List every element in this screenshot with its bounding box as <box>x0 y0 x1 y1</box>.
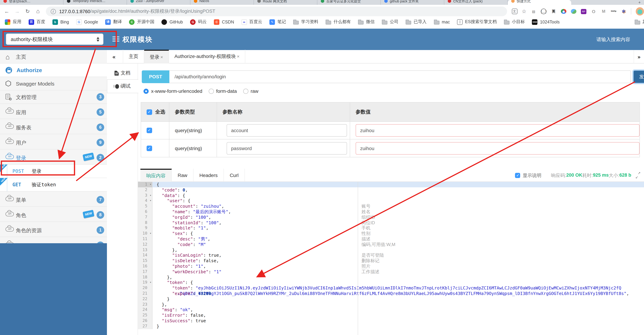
fold-icon[interactable] <box>150 182 152 187</box>
bookmark[interactable]: 小目标 <box>504 19 525 25</box>
extension-icon[interactable]: RP <box>581 9 586 14</box>
request-url-input[interactable]: POST /api/authority/anno/login <box>142 70 631 83</box>
line-number[interactable]: 24 <box>138 307 152 313</box>
sidebar-item[interactable]: 角色的资源 1 <box>0 224 107 237</box>
line-number[interactable]: 15 <box>138 258 152 264</box>
line-number[interactable]: 20 <box>138 285 152 291</box>
bookmark[interactable]: C 开源中国 <box>129 19 154 25</box>
extension-icon[interactable]: ✱ <box>621 9 626 14</box>
sidebar-item[interactable]: 菜单 7 <box>0 193 107 207</box>
extension-icon[interactable]: M <box>601 9 606 14</box>
row-checkbox[interactable] <box>146 128 152 133</box>
bookmark[interactable]: 学习资料 <box>293 19 318 25</box>
line-number[interactable]: 1 <box>138 182 152 187</box>
extension-icon[interactable]: ▤ <box>531 9 536 14</box>
line-number[interactable]: 26 <box>138 318 152 324</box>
bookmark[interactable]: ∞ 百度云 <box>241 19 262 25</box>
content-type-radio[interactable]: x-www-form-urlencoded <box>144 88 202 94</box>
bookmark-star-icon[interactable] <box>522 8 526 14</box>
extension-icon[interactable]: GitZip <box>611 9 616 14</box>
line-number[interactable]: 18 <box>138 274 152 280</box>
browser-tab[interactable]: github pack 文件夹 <box>381 0 444 5</box>
content-type-radio[interactable]: raw <box>243 88 258 94</box>
response-tab[interactable]: Headers <box>194 169 224 182</box>
line-number[interactable]: 22 <box>138 296 152 302</box>
extension-icon[interactable]: 英 <box>551 9 556 14</box>
show-desc-checkbox[interactable] <box>515 173 520 178</box>
browser-tab[interactable]: 登录/j2each… <box>0 0 64 5</box>
fold-icon[interactable] <box>150 198 152 204</box>
browser-tab[interactable]: Temporary Interacti… <box>64 0 127 5</box>
response-tab[interactable]: Raw <box>172 169 194 182</box>
radio-icon[interactable] <box>243 88 248 94</box>
line-number[interactable]: 8 <box>138 220 152 226</box>
close-tab-icon[interactable]: × <box>237 54 240 59</box>
browser-tab[interactable]: Zuul - JumpServer <box>127 0 190 5</box>
browser-tab[interactable]: Route 网关文档 <box>254 0 317 5</box>
line-number[interactable]: 25 <box>138 312 152 318</box>
content-tab[interactable]: 登录× <box>144 50 169 64</box>
line-number[interactable]: 14 <box>138 253 152 258</box>
send-button[interactable]: 发 <box>633 70 644 83</box>
content-tab[interactable]: 主页 <box>123 50 144 64</box>
line-number[interactable]: 12 <box>138 242 152 247</box>
line-number[interactable]: 23 <box>138 302 152 307</box>
sidebar-item[interactable]: NEW GET 验证token <box>0 178 107 192</box>
row-checkbox[interactable] <box>146 146 152 151</box>
extension-icon[interactable] <box>561 9 566 14</box>
line-number[interactable]: 6 <box>138 209 152 214</box>
address-bar[interactable]: 127.0.0.1:8760/api/gate/doc.html#/author… <box>46 6 507 16</box>
extension-icon[interactable]: O <box>591 9 596 14</box>
extension-icon[interactable] <box>571 9 576 14</box>
forward-button[interactable] <box>14 7 21 16</box>
bookmark[interactable]: GitHub <box>162 19 183 25</box>
radio-icon[interactable] <box>144 88 149 94</box>
menu-icon[interactable] <box>112 36 119 42</box>
bookmark[interactable]: C CSDN <box>214 19 234 25</box>
line-number[interactable]: 17 <box>138 269 152 274</box>
fullscreen-icon[interactable] <box>636 173 640 178</box>
tab-debug[interactable]: 调试 <box>107 79 138 93</box>
extension-icon[interactable]: {…} <box>541 9 546 14</box>
sidebar-item[interactable]: Swagger Models <box>0 77 107 90</box>
collapse-tabs-icon[interactable] <box>112 50 116 64</box>
param-value-input[interactable]: zuihou <box>356 124 640 136</box>
bookmark[interactable]: G 码云 <box>190 19 207 25</box>
browser-tab[interactable]: 快捷方式 <box>508 0 571 5</box>
bookmark[interactable]: ES搜索引擎文档 <box>457 19 497 25</box>
bookmark[interactable]: 应用 <box>5 19 22 25</box>
line-number[interactable]: 2 <box>138 187 152 193</box>
reload-button[interactable] <box>24 7 31 16</box>
line-number[interactable]: 4 <box>138 198 152 204</box>
bookmark[interactable]: b Bing <box>52 19 69 25</box>
param-name-input[interactable]: password <box>226 142 347 154</box>
param-value-input[interactable]: zuihou <box>356 142 640 154</box>
response-tab[interactable]: Curl <box>224 169 245 182</box>
bookmark[interactable]: 1024 1024Tools <box>532 19 560 25</box>
profile-avatar[interactable] <box>636 7 644 16</box>
bookmark[interactable]: ✎ 笔记 <box>270 19 286 25</box>
bookmark-overflow-folder[interactable]: 其 <box>634 19 644 25</box>
sidebar-item[interactable]: 应用 5 <box>0 106 107 119</box>
response-body-editor[interactable]: 1 { 2 "code": 0, 3 "data": { <box>138 182 644 335</box>
bookmark[interactable]: G Google <box>76 19 98 25</box>
sidebar-item[interactable]: 角色 NEW 8 <box>0 208 107 222</box>
line-number[interactable]: 3 <box>138 193 152 198</box>
bookmark[interactable]: 译 翻译 <box>106 19 122 25</box>
sidebar-item[interactable]: 服务表 6 <box>0 121 107 134</box>
sidebar-item[interactable]: NEW POST 登录 <box>0 164 107 178</box>
bookmark[interactable]: 已导入 <box>406 19 426 25</box>
param-name-input[interactable]: account <box>226 124 347 136</box>
browser-tab[interactable]: CN文件迁入 (pack) <box>444 0 508 5</box>
line-number[interactable]: 9 <box>138 226 152 231</box>
home-button[interactable] <box>34 7 42 16</box>
sidebar-item[interactable]: 主页 <box>0 50 107 64</box>
line-number[interactable]: 16 <box>138 264 152 269</box>
bookmark[interactable]: mac <box>434 20 450 24</box>
browser-tab[interactable]: Nacos <box>190 0 254 5</box>
content-tab[interactable]: Authorize-authority-权限模块× <box>169 50 246 64</box>
line-number[interactable]: 27 <box>138 324 152 329</box>
response-tab[interactable]: 响应内容 <box>140 169 172 182</box>
sidebar-item[interactable]: 用户 9 <box>0 136 107 150</box>
expand-tabs-icon[interactable] <box>634 50 644 64</box>
